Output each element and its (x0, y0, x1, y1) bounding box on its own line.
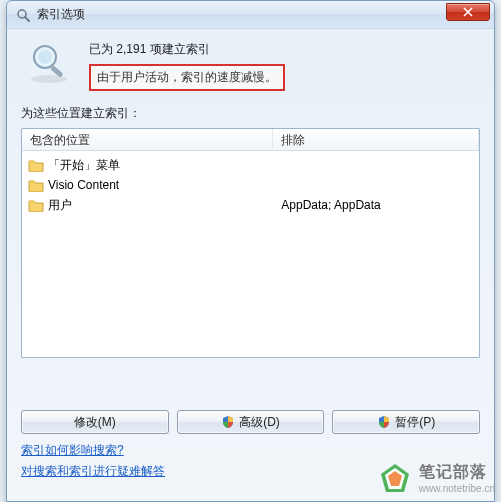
item-name: 「开始」菜单 (48, 157, 120, 174)
item-name: Visio Content (48, 178, 119, 192)
list-item[interactable]: 「开始」菜单 (22, 155, 479, 175)
window-title: 索引选项 (37, 6, 446, 23)
indexing-options-window: 索引选项 已为 2,191 项建立索引 由于用户活动，索引的速度减慢。 为这 (6, 0, 495, 502)
button-label: 暂停(P) (395, 414, 435, 431)
close-icon (463, 7, 473, 17)
titlebar[interactable]: 索引选项 (7, 1, 494, 29)
help-link-how-affect[interactable]: 索引如何影响搜索? (21, 442, 124, 459)
button-row: 修改(M) 高级(D) 暂停(P) (21, 410, 480, 434)
item-name: 用户 (48, 197, 72, 214)
shield-icon (377, 415, 391, 429)
item-exclude: AppData; AppData (273, 198, 479, 212)
modify-button[interactable]: 修改(M) (21, 410, 169, 434)
list-header: 包含的位置 排除 (22, 129, 479, 151)
magnifier-icon (25, 39, 73, 87)
help-link-troubleshoot[interactable]: 对搜索和索引进行疑难解答 (21, 463, 165, 480)
watermark-title: 笔记部落 (419, 462, 495, 483)
list-item[interactable]: 用户 AppData; AppData (22, 195, 479, 215)
index-count-text: 已为 2,191 项建立索引 (89, 41, 480, 58)
watermark-url: www.notetribe.cn (419, 483, 495, 494)
close-button[interactable] (446, 3, 490, 21)
content-area: 已为 2,191 项建立索引 由于用户活动，索引的速度减慢。 为这些位置建立索引… (7, 29, 494, 501)
list-item[interactable]: Visio Content (22, 175, 479, 195)
locations-label: 为这些位置建立索引： (21, 105, 480, 122)
watermark-icon (377, 460, 413, 496)
advanced-button[interactable]: 高级(D) (177, 410, 325, 434)
svg-line-1 (25, 17, 29, 21)
button-label: 修改(M) (74, 414, 116, 431)
status-area: 已为 2,191 项建立索引 由于用户活动，索引的速度减慢。 (21, 39, 480, 91)
svg-point-4 (38, 50, 52, 64)
index-status-text: 由于用户活动，索引的速度减慢。 (89, 64, 285, 91)
watermark: 笔记部落 www.notetribe.cn (377, 460, 495, 496)
app-icon (15, 7, 31, 23)
locations-listbox[interactable]: 包含的位置 排除 「开始」菜单 (21, 128, 480, 358)
folder-icon (28, 198, 44, 212)
pause-button[interactable]: 暂停(P) (332, 410, 480, 434)
shield-icon (221, 415, 235, 429)
button-label: 高级(D) (239, 414, 280, 431)
folder-icon (28, 158, 44, 172)
col-excluded[interactable]: 排除 (273, 129, 479, 150)
folder-icon (28, 178, 44, 192)
col-included[interactable]: 包含的位置 (22, 129, 273, 150)
